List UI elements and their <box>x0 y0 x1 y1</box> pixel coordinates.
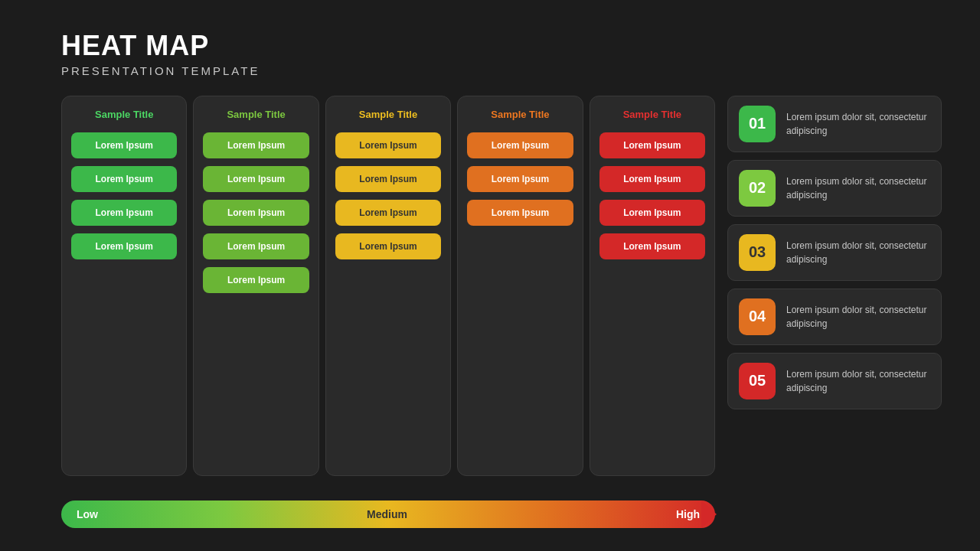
column-card-4: Sample TitleLorem IpsumLorem IpsumLorem … <box>457 96 583 476</box>
column-5-item-4[interactable]: Lorem Ipsum <box>599 233 705 259</box>
column-3-item-3[interactable]: Lorem Ipsum <box>335 200 441 226</box>
numbered-item-text-2: Lorem ipsum dolor sit, consectetur adipi… <box>786 174 930 202</box>
column-card-2: Sample TitleLorem IpsumLorem IpsumLorem … <box>193 96 318 476</box>
column-title-1: Sample Title <box>71 109 177 120</box>
page-subtitle: PRESENTATION TEMPLATE <box>61 64 942 77</box>
column-1-item-3[interactable]: Lorem Ipsum <box>71 200 177 226</box>
page-title: HEAT MAP <box>61 31 942 61</box>
numbered-item-5: 05Lorem ipsum dolor sit, consectetur adi… <box>727 353 942 409</box>
main-content: Sample TitleLorem IpsumLorem IpsumLorem … <box>61 96 942 528</box>
column-2-item-2[interactable]: Lorem Ipsum <box>203 166 309 192</box>
right-panel: 01Lorem ipsum dolor sit, consectetur adi… <box>727 96 942 528</box>
numbered-item-1: 01Lorem ipsum dolor sit, consectetur adi… <box>727 96 942 152</box>
numbered-item-4: 04Lorem ipsum dolor sit, consectetur adi… <box>727 289 942 345</box>
numbered-item-text-4: Lorem ipsum dolor sit, consectetur adipi… <box>786 303 930 331</box>
column-4-item-2[interactable]: Lorem Ipsum <box>467 166 573 192</box>
column-5-item-2[interactable]: Lorem Ipsum <box>599 166 705 192</box>
legend-high: High <box>676 508 700 520</box>
column-4-item-3[interactable]: Lorem Ipsum <box>467 200 573 226</box>
columns-area: Sample TitleLorem IpsumLorem IpsumLorem … <box>61 96 715 476</box>
number-badge-5: 05 <box>739 363 776 399</box>
legend-medium: Medium <box>367 508 407 520</box>
column-1-item-4[interactable]: Lorem Ipsum <box>71 233 177 259</box>
legend-low: Low <box>77 508 98 520</box>
column-3-item-4[interactable]: Lorem Ipsum <box>335 233 441 259</box>
column-card-1: Sample TitleLorem IpsumLorem IpsumLorem … <box>61 96 187 476</box>
number-badge-1: 01 <box>739 106 776 142</box>
column-title-2: Sample Title <box>203 109 309 120</box>
column-2-item-3[interactable]: Lorem Ipsum <box>203 200 309 226</box>
numbered-item-text-3: Lorem ipsum dolor sit, consectetur adipi… <box>786 239 930 266</box>
numbered-item-2: 02Lorem ipsum dolor sit, consectetur adi… <box>727 160 942 217</box>
numbered-item-text-5: Lorem ipsum dolor sit, consectetur adipi… <box>786 367 930 395</box>
column-card-3: Sample TitleLorem IpsumLorem IpsumLorem … <box>325 96 451 476</box>
number-badge-3: 03 <box>739 234 776 271</box>
column-card-5: Sample TitleLorem IpsumLorem IpsumLorem … <box>590 96 715 476</box>
numbered-item-text-1: Lorem ipsum dolor sit, consectetur adipi… <box>786 110 930 138</box>
header: HEAT MAP PRESENTATION TEMPLATE <box>61 31 942 77</box>
numbered-item-3: 03Lorem ipsum dolor sit, consectetur adi… <box>727 224 942 281</box>
column-5-item-1[interactable]: Lorem Ipsum <box>599 132 705 158</box>
column-5-item-3[interactable]: Lorem Ipsum <box>599 200 705 226</box>
column-title-4: Sample Title <box>467 109 573 120</box>
number-badge-2: 02 <box>739 170 776 207</box>
column-2-item-4[interactable]: Lorem Ipsum <box>203 233 309 259</box>
column-title-3: Sample Title <box>335 109 441 120</box>
column-3-item-2[interactable]: Lorem Ipsum <box>335 166 441 192</box>
column-2-item-5[interactable]: Lorem Ipsum <box>203 267 309 293</box>
column-2-item-1[interactable]: Lorem Ipsum <box>203 132 309 158</box>
number-badge-4: 04 <box>739 298 776 335</box>
column-3-item-1[interactable]: Lorem Ipsum <box>335 132 441 158</box>
page: HEAT MAP PRESENTATION TEMPLATE Sample Ti… <box>0 0 980 551</box>
legend-bar: Low Medium High <box>61 500 715 528</box>
column-1-item-2[interactable]: Lorem Ipsum <box>71 166 177 192</box>
column-title-5: Sample Title <box>599 109 705 120</box>
column-4-item-1[interactable]: Lorem Ipsum <box>467 132 573 158</box>
column-1-item-1[interactable]: Lorem Ipsum <box>71 132 177 158</box>
